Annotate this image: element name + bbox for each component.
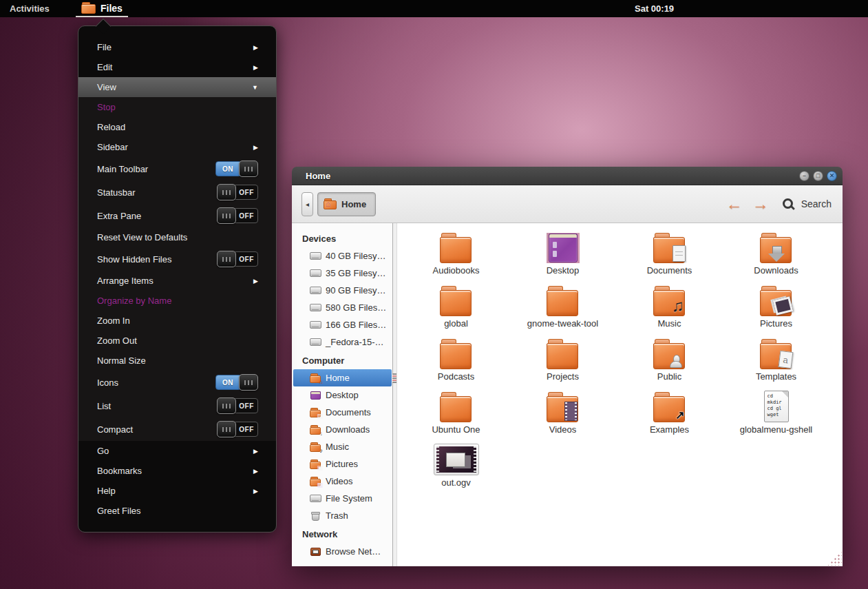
file-item-projects[interactable]: Projects <box>509 335 616 388</box>
sidebar-item-home[interactable]: ⌂Home <box>293 369 392 386</box>
resize-grip[interactable] <box>827 550 842 566</box>
menu-item-icons[interactable]: IconsON <box>78 371 276 394</box>
menu-item-compact[interactable]: CompactOFF <box>78 417 276 441</box>
view-submenu-section: StopReloadSidebar▶Main ToolbarONStatusba… <box>78 97 276 441</box>
file-label: Examples <box>650 424 689 435</box>
folder-icon <box>547 339 580 369</box>
desktop: Activities Files Sat 00:19 Home − □ ✕ ◂ … <box>0 0 868 589</box>
menu-item-reset-view-to-defaults[interactable]: Reset View to Defaults <box>78 227 276 247</box>
menu-item-show-hidden-files[interactable]: Show Hidden FilesOFF <box>78 247 276 271</box>
sidebar-item-label: 166 GB Files… <box>326 320 386 330</box>
sidebar-item-videos[interactable]: ▦Videos <box>292 473 392 490</box>
thumbnail-window-icon <box>446 453 465 467</box>
file-item-ubuntu-one[interactable]: Ubuntu One <box>403 388 509 441</box>
toggle-switch-extra-pane-off[interactable]: OFF <box>217 208 258 223</box>
menu-item-zoom-in[interactable]: Zoom In <box>78 311 276 331</box>
file-label: Music <box>658 318 681 329</box>
toggle-switch-icons-on[interactable]: ON <box>215 375 258 390</box>
sidebar-item-browse-net[interactable]: Browse Net… <box>292 543 392 560</box>
file-item-public[interactable]: Public <box>616 335 723 388</box>
activities-button[interactable]: Activities <box>10 0 50 17</box>
file-item-templates[interactable]: aTemplates <box>723 335 829 388</box>
sidebar-item-file-system[interactable]: File System <box>292 490 392 507</box>
path-collapse-button[interactable]: ◂ <box>301 192 313 216</box>
menu-item-file[interactable]: File▶ <box>78 37 276 57</box>
menu-item-greet-files[interactable]: Greet Files <box>78 501 276 521</box>
file-item-examples[interactable]: ↗Examples <box>616 388 723 441</box>
search-button[interactable]: Search <box>801 198 832 209</box>
menu-item-statusbar[interactable]: StatusbarOFF <box>78 180 276 204</box>
folder-public-emblem-icon <box>670 355 682 368</box>
menu-item-stop: Stop <box>78 97 276 117</box>
file-item-documents[interactable]: Documents <box>616 229 723 282</box>
file-item-globalmenu-gshell[interactable]: cd mkdir cd gl wgetglobalmenu-gshell <box>723 388 829 441</box>
folder-documents-icon <box>653 233 686 263</box>
toggle-switch-show-hidden-files-off[interactable]: OFF <box>217 251 258 267</box>
menu-item-go[interactable]: Go▶ <box>78 441 276 461</box>
drive-icon <box>310 337 321 348</box>
file-item-videos[interactable]: Videos <box>509 388 616 441</box>
back-arrow-button[interactable]: ← <box>726 196 743 212</box>
menu-item-list[interactable]: ListOFF <box>78 394 276 417</box>
file-icon-slot: ♫ <box>653 282 686 316</box>
menu-item-label: Organize by Name <box>97 296 258 306</box>
sidebar-item-documents[interactable]: ▤Documents <box>292 404 392 421</box>
toggle-switch-main-toolbar-on[interactable]: ON <box>215 161 258 176</box>
menu-item-reload[interactable]: Reload <box>78 117 276 137</box>
menu-item-help[interactable]: Help▶ <box>78 481 276 501</box>
sidebar-item-label: Videos <box>326 476 353 486</box>
file-item-out-ogv[interactable]: out.ogv <box>403 441 509 494</box>
forward-arrow-button[interactable]: → <box>752 196 769 212</box>
breadcrumb-home-button[interactable]: ⌂ Home <box>317 192 376 216</box>
minimize-button[interactable]: − <box>799 171 809 181</box>
sidebar-item-downloads[interactable]: ↓Downloads <box>292 421 392 438</box>
menu-item-edit[interactable]: Edit▶ <box>78 57 276 77</box>
toggle-switch-list-off[interactable]: OFF <box>217 398 258 413</box>
folder-link-icon: ↗ <box>653 392 686 422</box>
menu-item-view[interactable]: View▼ <box>78 77 276 97</box>
titlebar[interactable]: Home − □ ✕ <box>292 167 843 185</box>
file-item-gnome-tweak-tool[interactable]: gnome-tweak-tool <box>509 282 616 335</box>
file-item-audiobooks[interactable]: Audiobooks <box>403 229 509 282</box>
menu-item-sidebar[interactable]: Sidebar▶ <box>78 137 276 157</box>
files-global-menu: File▶Edit▶View▼StopReloadSidebar▶Main To… <box>78 25 277 533</box>
sidebar-item-music[interactable]: ♪Music <box>292 438 392 455</box>
toggle-switch-compact-off[interactable]: OFF <box>217 422 258 437</box>
file-icon-slot: a <box>760 335 793 369</box>
file-item-downloads[interactable]: Downloads <box>723 229 829 282</box>
clock[interactable]: Sat 00:19 <box>635 0 674 17</box>
file-item-podcasts[interactable]: Podcasts <box>403 335 509 388</box>
sidebar-item-pictures[interactable]: ▣Pictures <box>292 455 392 473</box>
sidebar-item-580-gb-files[interactable]: 580 GB Files… <box>292 299 392 316</box>
sidebar-item-35-gb-filesy[interactable]: 35 GB Filesy… <box>292 265 392 282</box>
menu-item-main-toolbar[interactable]: Main ToolbarON <box>78 157 276 180</box>
sidebar-item-40-gb-filesy[interactable]: 40 GB Filesy… <box>292 247 392 265</box>
sidebar-item-desktop[interactable]: Desktop <box>292 386 392 404</box>
menu-item-normal-size[interactable]: Normal Size <box>78 351 276 371</box>
sidebar-item-90-gb-filesy[interactable]: 90 GB Filesy… <box>292 282 392 299</box>
pane-splitter[interactable] <box>392 223 397 566</box>
menu-item-extra-pane[interactable]: Extra PaneOFF <box>78 204 276 227</box>
toggle-switch-statusbar-off[interactable]: OFF <box>217 185 258 200</box>
file-item-global[interactable]: global <box>403 282 509 335</box>
app-menu-button[interactable]: Files <box>76 0 128 17</box>
sidebar-item-label: 40 GB Filesy… <box>326 251 385 261</box>
menu-item-arrange-items[interactable]: Arrange Items▶ <box>78 271 276 291</box>
file-icon-slot <box>547 335 580 369</box>
folder-download-icon <box>760 233 793 263</box>
menu-item-label: Zoom Out <box>97 335 258 346</box>
file-item-pictures[interactable]: Pictures <box>723 282 829 335</box>
menu-item-bookmarks[interactable]: Bookmarks▶ <box>78 461 276 481</box>
close-button[interactable]: ✕ <box>827 171 837 181</box>
maximize-button[interactable]: □ <box>813 171 823 181</box>
sidebar-item-166-gb-files[interactable]: 166 GB Files… <box>292 316 392 333</box>
file-icon-slot <box>547 388 580 422</box>
search-icon[interactable] <box>783 198 794 210</box>
switch-on-label: ON <box>215 375 240 390</box>
file-item-desktop[interactable]: Desktop <box>509 229 616 282</box>
sidebar-item-fedora-15[interactable]: _Fedora-15-… <box>292 333 392 351</box>
files-grid: AudiobooksDesktopDocumentsDownloadsgloba… <box>397 223 843 494</box>
menu-item-zoom-out[interactable]: Zoom Out <box>78 331 276 351</box>
file-item-music[interactable]: ♫Music <box>616 282 723 335</box>
sidebar-item-trash[interactable]: Trash <box>292 507 392 524</box>
